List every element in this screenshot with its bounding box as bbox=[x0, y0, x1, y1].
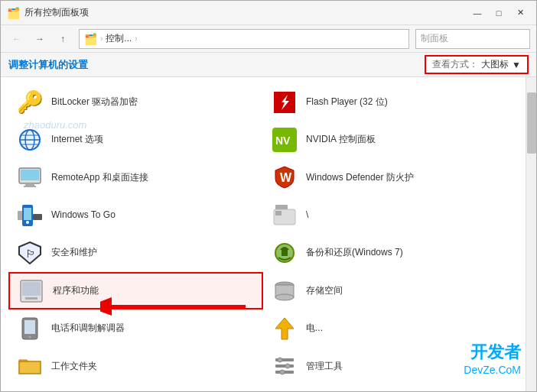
items-grid: 🔑BitLocker 驱动器加密Flash Player (32 位)Inter… bbox=[1, 77, 526, 391]
window-controls: — □ ✕ bbox=[467, 5, 530, 21]
svg-point-33 bbox=[29, 335, 31, 338]
svg-point-16 bbox=[26, 221, 29, 224]
svg-rect-17 bbox=[18, 211, 22, 220]
search-placeholder: 制面板 bbox=[421, 32, 448, 45]
nav-bar: ← → ↑ 🗂️ › 控制... › 制面板 bbox=[1, 25, 536, 53]
programs-icon bbox=[18, 277, 45, 305]
phone-icon bbox=[16, 315, 44, 342]
grid-item-remoteapp[interactable]: RemoteApp 和桌面连接 bbox=[8, 159, 263, 196]
window-title: 所有控制面板项 bbox=[24, 6, 89, 19]
up-button[interactable]: ↑ bbox=[53, 29, 73, 49]
bitlocker-label: BitLocker 驱动器加密 bbox=[51, 96, 138, 109]
toolbar-title: 调整计算机的设置 bbox=[8, 58, 88, 72]
maximize-button[interactable]: □ bbox=[489, 5, 509, 21]
view-value: 大图标 bbox=[481, 58, 509, 71]
svg-rect-26 bbox=[22, 282, 41, 296]
scrollbar[interactable] bbox=[526, 77, 536, 391]
security-label: 安全和维护 bbox=[51, 247, 97, 259]
wintogo-label: Windows To Go bbox=[51, 209, 116, 222]
backup-icon bbox=[271, 239, 298, 267]
forward-button[interactable]: → bbox=[30, 29, 50, 49]
svg-point-38 bbox=[278, 358, 282, 362]
svg-rect-10 bbox=[21, 170, 39, 180]
grid-item-defender[interactable]: WWindows Defender 防火护 bbox=[263, 159, 518, 196]
svg-rect-18 bbox=[33, 214, 42, 220]
view-control[interactable]: 查看方式： 大图标 ▼ bbox=[425, 55, 529, 74]
address-bar[interactable]: 🗂️ › 控制... › bbox=[79, 29, 409, 49]
address-icon: 🗂️ bbox=[84, 33, 97, 45]
grid-item-manage[interactable]: 管理工具 bbox=[263, 348, 518, 385]
grid-item-storage[interactable]: 存储空间 bbox=[263, 272, 518, 309]
grid-item-security[interactable]: 🏳安全和维护 bbox=[8, 235, 263, 272]
grid-item-workfolder[interactable]: 工作文件夹 bbox=[8, 348, 263, 385]
svg-point-40 bbox=[280, 370, 285, 374]
manage-label: 管理工具 bbox=[306, 361, 343, 373]
generic1-icon bbox=[271, 202, 298, 229]
power-label: 电... bbox=[306, 322, 323, 335]
svg-rect-12 bbox=[24, 186, 36, 187]
window-icon: 🗂️ bbox=[7, 7, 20, 19]
bitlocker-icon: 🔑 bbox=[16, 89, 44, 116]
nvidia-icon: NV bbox=[271, 126, 298, 154]
svg-text:NV: NV bbox=[275, 134, 291, 147]
view-arrow-icon: ▼ bbox=[512, 60, 521, 70]
grid-item-phone[interactable]: 电话和调制解调器 bbox=[8, 309, 263, 347]
content-area: 🔑BitLocker 驱动器加密Flash Player (32 位)Inter… bbox=[1, 77, 536, 391]
address-path: 控制... bbox=[106, 32, 132, 45]
grid-item-bitlocker[interactable]: 🔑BitLocker 驱动器加密 bbox=[8, 83, 263, 121]
storage-label: 存储空间 bbox=[306, 285, 343, 297]
search-box[interactable]: 制面板 bbox=[415, 29, 530, 49]
phone-label: 电话和调制解调器 bbox=[51, 322, 125, 335]
address-separator2: › bbox=[135, 34, 137, 43]
toolbar: 调整计算机的设置 查看方式： 大图标 ▼ bbox=[1, 53, 536, 77]
svg-rect-32 bbox=[24, 320, 35, 334]
power-icon bbox=[271, 315, 298, 342]
grid-item-generic1[interactable]: \ bbox=[263, 196, 518, 234]
internet-icon bbox=[16, 126, 44, 154]
wintogo-icon bbox=[16, 202, 44, 229]
workfolder-icon bbox=[16, 352, 44, 380]
backup-label: 备份和还原(Windows 7) bbox=[306, 247, 403, 259]
svg-rect-21 bbox=[275, 211, 282, 215]
remoteapp-icon bbox=[16, 164, 44, 191]
grid-item-backup[interactable]: 备份和还原(Windows 7) bbox=[263, 235, 518, 272]
grid-item-flash[interactable]: Flash Player (32 位) bbox=[263, 83, 518, 121]
storage-icon bbox=[271, 277, 298, 305]
remoteapp-label: RemoteApp 和桌面连接 bbox=[51, 172, 148, 184]
manage-icon bbox=[271, 352, 298, 380]
workfolder-label: 工作文件夹 bbox=[51, 361, 97, 373]
view-label: 查看方式： bbox=[432, 58, 478, 71]
grid-item-nvidia[interactable]: NVNVIDIA 控制面板 bbox=[263, 121, 518, 158]
grid-item-internet[interactable]: Internet 选项 bbox=[8, 121, 263, 158]
svg-text:🏳: 🏳 bbox=[25, 248, 36, 260]
title-bar: 🗂️ 所有控制面板项 — □ ✕ bbox=[1, 1, 536, 25]
close-button[interactable]: ✕ bbox=[510, 5, 530, 21]
svg-rect-15 bbox=[24, 208, 31, 220]
svg-marker-34 bbox=[275, 318, 294, 339]
back-button[interactable]: ← bbox=[7, 29, 27, 49]
svg-rect-11 bbox=[25, 183, 34, 186]
programs-label: 程序和功能 bbox=[53, 285, 99, 297]
grid-item-power[interactable]: 电... bbox=[263, 309, 518, 347]
address-separator: › bbox=[100, 34, 103, 43]
defender-label: Windows Defender 防火护 bbox=[306, 172, 414, 184]
svg-rect-27 bbox=[25, 297, 37, 300]
internet-label: Internet 选项 bbox=[51, 134, 103, 146]
defender-icon: W bbox=[271, 164, 298, 191]
grid-item-programs[interactable]: 程序和功能 bbox=[8, 272, 263, 309]
svg-rect-36 bbox=[275, 364, 294, 368]
grid-item-wintogo[interactable]: Windows To Go bbox=[8, 196, 263, 234]
nvidia-label: NVIDIA 控制面板 bbox=[306, 134, 376, 146]
scrollbar-thumb[interactable] bbox=[527, 92, 536, 154]
security-icon: 🏳 bbox=[16, 239, 44, 267]
svg-text:W: W bbox=[280, 171, 292, 184]
svg-point-39 bbox=[285, 364, 290, 368]
flash-icon bbox=[271, 89, 298, 116]
svg-point-30 bbox=[275, 294, 294, 300]
generic1-label: \ bbox=[306, 209, 308, 222]
flash-label: Flash Player (32 位) bbox=[306, 96, 388, 109]
minimize-button[interactable]: — bbox=[467, 5, 487, 21]
